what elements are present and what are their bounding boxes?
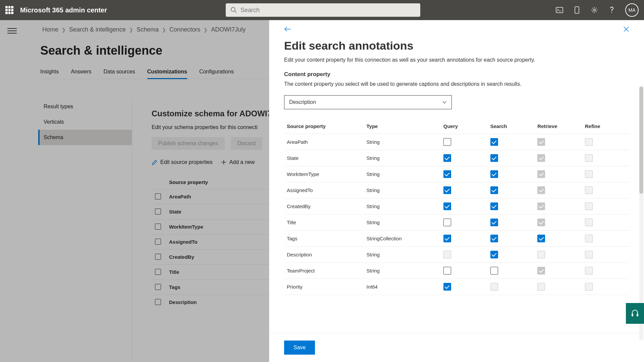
edit-icon [152, 159, 158, 165]
svg-line-1 [235, 11, 236, 13]
column-header[interactable]: Query [441, 119, 488, 134]
tab-customizations[interactable]: Customizations [147, 69, 187, 79]
global-search[interactable] [226, 3, 420, 17]
chevron-right-icon: ❯ [162, 27, 166, 33]
close-button[interactable] [623, 26, 629, 33]
row-checkbox[interactable] [155, 254, 161, 260]
column-header[interactable]: Search [488, 119, 535, 134]
checkbox[interactable] [443, 186, 451, 194]
cloud-shell-icon[interactable] [555, 6, 564, 14]
breadcrumb: Home ❯ Search & intelligence ❯ Schema ❯ … [42, 26, 246, 33]
checkbox [490, 283, 498, 291]
page-title: Search & intelligence [40, 44, 162, 58]
checkbox[interactable] [490, 186, 498, 194]
cell-source: Priority [284, 279, 364, 295]
scrollbar[interactable] [639, 86, 643, 340]
row-checkbox[interactable] [155, 193, 161, 199]
checkbox[interactable] [490, 170, 498, 178]
checkbox[interactable] [443, 138, 451, 146]
cell-type: String [364, 263, 441, 279]
row-checkbox[interactable] [155, 269, 161, 275]
cell-source: WorkItemType [284, 166, 364, 182]
column-header[interactable]: Type [364, 119, 441, 134]
mobile-icon[interactable] [573, 6, 581, 14]
checkbox[interactable] [490, 202, 498, 210]
breadcrumb-item[interactable]: Home [42, 26, 58, 33]
scrollbar-thumb[interactable] [639, 86, 643, 194]
checkbox [537, 267, 545, 275]
checkbox[interactable] [443, 219, 451, 226]
svg-rect-13 [637, 314, 638, 316]
tab-insights[interactable]: Insights [40, 69, 59, 79]
checkbox[interactable] [443, 283, 451, 291]
checkbox[interactable] [490, 267, 498, 275]
discard-button[interactable]: Discard [231, 137, 262, 150]
cell-source: Description [284, 247, 364, 263]
tab-answers[interactable]: Answers [71, 69, 91, 79]
checkbox [537, 251, 545, 258]
breadcrumb-item[interactable]: Schema [137, 26, 159, 33]
tab-data-sources[interactable]: Data sources [104, 69, 135, 79]
column-header[interactable]: Retrieve [535, 119, 582, 134]
back-button[interactable] [284, 26, 291, 33]
checkbox[interactable] [443, 202, 451, 210]
cell-type: StringCollection [364, 231, 441, 247]
edit-annotations-panel: Edit search annotations Edit your conten… [269, 20, 644, 362]
avatar[interactable]: MA [625, 3, 639, 17]
add-new-button[interactable]: Add a new [221, 159, 255, 165]
save-button[interactable]: Save [284, 341, 315, 355]
nav-toggle-icon[interactable] [7, 26, 17, 36]
subnav-result-types[interactable]: Result types [38, 99, 132, 114]
panel-title: Edit search annotations [284, 39, 629, 52]
checkbox[interactable] [443, 267, 451, 275]
checkbox[interactable] [490, 154, 498, 162]
cell-source: TeamProject [284, 263, 364, 279]
row-checkbox[interactable] [155, 239, 161, 245]
content-property-desc: The content property you select will be … [284, 81, 629, 87]
gear-icon[interactable] [590, 6, 598, 14]
checkbox[interactable] [537, 235, 545, 242]
checkbox [585, 283, 593, 291]
subnav-schema[interactable]: Schema [38, 130, 132, 145]
checkbox [443, 251, 451, 258]
help-icon[interactable] [608, 6, 616, 14]
cell-source: AssignedTo [284, 182, 364, 198]
chevron-right-icon: ❯ [204, 27, 208, 33]
row-checkbox[interactable] [155, 224, 161, 230]
help-fab[interactable] [626, 303, 644, 324]
table-row: Priority Int64 [284, 279, 629, 295]
checkbox [537, 202, 545, 210]
publish-button[interactable]: Publish schema changes [152, 137, 225, 150]
checkbox[interactable] [443, 170, 451, 178]
column-header[interactable]: Source property [284, 119, 364, 134]
edit-source-properties-button[interactable]: Edit source properties [152, 159, 213, 165]
column-header[interactable]: Refine [582, 119, 629, 134]
checkbox[interactable] [490, 138, 498, 146]
row-checkbox[interactable] [155, 208, 161, 215]
cell-type: String [364, 182, 441, 198]
row-checkbox[interactable] [155, 284, 161, 290]
content-property-dropdown[interactable]: Description [284, 95, 452, 109]
checkbox[interactable] [490, 219, 498, 226]
checkbox [537, 154, 545, 162]
checkbox[interactable] [443, 154, 451, 162]
table-row: AssignedTo String [284, 182, 629, 198]
app-launcher-icon[interactable] [5, 6, 13, 14]
chevron-down-icon [442, 99, 447, 105]
checkbox[interactable] [490, 235, 498, 242]
checkbox[interactable] [490, 251, 498, 258]
subnav-verticals[interactable]: Verticals [38, 114, 132, 130]
row-checkbox[interactable] [155, 299, 161, 305]
app-title: Microsoft 365 admin center [20, 6, 107, 14]
breadcrumb-item[interactable]: Connectors [169, 26, 200, 33]
close-icon [623, 26, 629, 32]
checkbox [537, 138, 545, 146]
headset-icon [631, 309, 639, 318]
search-input[interactable] [240, 7, 416, 14]
breadcrumb-item[interactable]: Search & intelligence [69, 26, 126, 33]
tab-configurations[interactable]: Configurations [199, 69, 234, 79]
cell-type: String [364, 166, 441, 182]
annotations-table: Source property Type Query Search Retrie… [284, 119, 629, 295]
checkbox[interactable] [443, 235, 451, 242]
breadcrumb-item[interactable]: ADOWI7July [211, 26, 246, 33]
